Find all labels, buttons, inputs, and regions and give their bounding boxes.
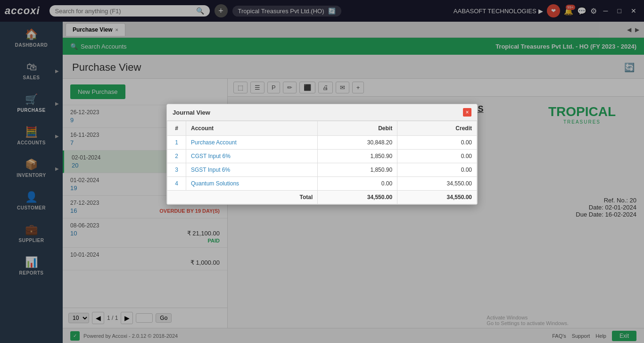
total-credit: 34,550.00 bbox=[397, 191, 477, 204]
row-debit: 1,850.90 bbox=[318, 163, 397, 177]
journal-modal: Journal View × # Account Debit Credit 1 … bbox=[166, 104, 478, 205]
table-row: 3 SGST Input 6% 1,850.90 0.00 bbox=[167, 163, 477, 177]
row-credit: 0.00 bbox=[397, 163, 477, 177]
row-debit: 1,850.90 bbox=[318, 150, 397, 163]
row-debit: 0.00 bbox=[318, 177, 397, 191]
row-num: 3 bbox=[167, 163, 186, 177]
table-row: 4 Quantum Solutions 0.00 34,550.00 bbox=[167, 177, 477, 191]
row-num: 4 bbox=[167, 177, 186, 191]
modal-overlay: Journal View × # Account Debit Credit 1 … bbox=[0, 0, 644, 343]
modal-body: # Account Debit Credit 1 Purchase Accoun… bbox=[167, 121, 477, 204]
modal-header: Journal View × bbox=[167, 104, 477, 121]
table-row: 1 Purchase Account 30,848.20 0.00 bbox=[167, 136, 477, 150]
row-credit: 0.00 bbox=[397, 136, 477, 150]
total-label: Total bbox=[167, 191, 318, 204]
row-num: 1 bbox=[167, 136, 186, 150]
modal-close-button[interactable]: × bbox=[463, 108, 471, 117]
row-account: CGST Input 6% bbox=[186, 150, 318, 163]
table-row: 2 CGST Input 6% 1,850.90 0.00 bbox=[167, 150, 477, 163]
row-debit: 30,848.20 bbox=[318, 136, 397, 150]
row-account: Purchase Account bbox=[186, 136, 318, 150]
modal-title: Journal View bbox=[173, 109, 210, 116]
th-account: Account bbox=[186, 121, 318, 136]
total-debit: 34,550.00 bbox=[318, 191, 397, 204]
row-num: 2 bbox=[167, 150, 186, 163]
row-account: Quantum Solutions bbox=[186, 177, 318, 191]
journal-table: # Account Debit Credit 1 Purchase Accoun… bbox=[167, 121, 477, 204]
th-num: # bbox=[167, 121, 186, 136]
row-credit: 34,550.00 bbox=[397, 177, 477, 191]
row-credit: 0.00 bbox=[397, 150, 477, 163]
th-debit: Debit bbox=[318, 121, 397, 136]
row-account: SGST Input 6% bbox=[186, 163, 318, 177]
th-credit: Credit bbox=[397, 121, 477, 136]
